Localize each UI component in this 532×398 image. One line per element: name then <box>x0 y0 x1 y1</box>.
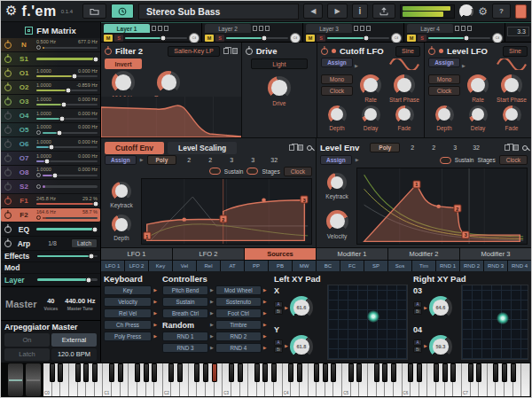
black-key[interactable] <box>83 363 89 382</box>
lfo-rate-knob[interactable] <box>467 74 489 96</box>
layer-solo-button[interactable]: S <box>418 35 426 42</box>
lfo-wave-dropdown[interactable]: Sine <box>503 46 528 57</box>
arp-on-button[interactable]: On <box>4 333 50 347</box>
operator-slider[interactable] <box>43 175 98 177</box>
source-tab-rel[interactable]: Rel <box>197 261 220 271</box>
layer-row[interactable]: Layer <box>1 274 100 286</box>
eq-row[interactable]: EQ <box>1 222 100 237</box>
tab-layer-1[interactable]: Layer 1 <box>104 24 150 33</box>
mod-tab-lfo-2[interactable]: LFO 2 <box>173 248 244 260</box>
env-step-value[interactable]: 2 <box>425 144 442 151</box>
env-node[interactable]: 2 <box>453 205 461 213</box>
paste-icon[interactable] <box>513 144 519 151</box>
env-step-value[interactable]: 3 <box>446 144 464 151</box>
mod-tab-modifier-2[interactable]: Modifier 2 <box>388 248 459 260</box>
black-key[interactable] <box>450 363 456 382</box>
operator-row-s2[interactable]: S2 <box>1 180 100 194</box>
source-button-key[interactable]: Key <box>104 285 152 295</box>
operator-power-icon[interactable] <box>4 212 12 219</box>
operator-row-f2[interactable]: F2164.6 Hz58.7 % <box>1 208 100 222</box>
operator-row-o5[interactable]: O51.00000.000 Hz <box>1 123 100 137</box>
cutoff-env-clock-button[interactable]: Clock <box>284 167 312 176</box>
black-key[interactable] <box>408 363 413 382</box>
bipolar-mode-button[interactable]: Bi <box>413 347 422 353</box>
pitch-bend-wheel[interactable] <box>8 363 23 396</box>
level-env-keytrack-knob[interactable] <box>327 173 347 192</box>
preset-name-field[interactable]: Stereo Sub Bass <box>138 4 299 20</box>
arp-power-icon[interactable] <box>4 240 12 247</box>
layer-slot-icon[interactable] <box>354 26 358 31</box>
mod-tab-modifier-3[interactable]: Modifier 3 <box>460 248 531 260</box>
source-tab-rnd-3[interactable]: RND 3 <box>484 261 507 271</box>
source-button-poly-press[interactable]: Poly Press <box>104 332 152 341</box>
env-step-value[interactable]: 3 <box>223 157 240 163</box>
source-tab-rnd-2[interactable]: RND 2 <box>460 261 483 271</box>
layer-value-display[interactable]: 3.3 <box>507 27 529 36</box>
drive-power-icon[interactable] <box>246 48 253 55</box>
filter2-resonance-knob[interactable] <box>157 71 180 94</box>
cutoff-env-graph[interactable]: 1 2 3 <box>141 178 312 245</box>
copy-icon[interactable] <box>223 48 229 54</box>
source-tab-at[interactable]: AT <box>221 261 244 271</box>
copy-icon[interactable] <box>289 144 294 151</box>
layer-solo-button[interactable]: S <box>114 35 123 42</box>
operator-power-icon[interactable] <box>4 56 12 63</box>
lfo-fade-knob[interactable] <box>395 105 414 124</box>
filter2-power-icon[interactable] <box>105 48 112 55</box>
layer-slot-icon[interactable] <box>164 26 168 31</box>
slider-handle[interactable] <box>160 35 167 42</box>
master-tune-value[interactable]: 440.00 Hz <box>65 297 95 305</box>
cutoff-env-assign-button[interactable]: Assign <box>105 155 137 165</box>
slider-handle[interactable] <box>51 172 58 178</box>
source-tab-mw[interactable]: MW <box>293 261 316 271</box>
mod-tab-modifier-1[interactable]: Modifier 1 <box>317 248 387 260</box>
level-env-clock-button[interactable]: Clock <box>499 155 528 165</box>
source-tab-sp[interactable]: SP <box>364 261 387 271</box>
cutoff-lfo-power-icon[interactable] <box>321 48 328 55</box>
black-key[interactable] <box>314 363 319 382</box>
drive-knob[interactable] <box>268 76 291 99</box>
operator-row-o8[interactable]: O81.00000.000 Hz <box>1 166 100 180</box>
browse-presets-button[interactable] <box>82 4 106 19</box>
black-key[interactable] <box>468 363 473 382</box>
slider-handle[interactable] <box>92 56 98 62</box>
filter2-invert-button[interactable]: Invert <box>105 59 142 69</box>
xy-value-knob[interactable]: 61.6 <box>290 296 313 319</box>
operator-power-icon[interactable] <box>4 141 12 148</box>
operator-slider[interactable] <box>36 58 98 60</box>
black-key[interactable] <box>152 363 157 382</box>
black-key[interactable] <box>254 363 260 382</box>
env-step-value[interactable]: 3 <box>244 157 262 163</box>
black-key[interactable] <box>177 363 183 382</box>
arp-latch-button[interactable]: Latch <box>71 238 98 248</box>
operator-row-o6[interactable]: O61.00000.000 Hz <box>1 137 100 152</box>
source-button-sostenuto[interactable]: Sostenuto <box>215 297 262 307</box>
black-key[interactable] <box>331 363 336 382</box>
layer-level-slider[interactable] <box>428 37 490 40</box>
absolute-mode-button[interactable]: A <box>413 301 422 308</box>
operator-mini-knob[interactable] <box>36 215 41 220</box>
arp-rate-value[interactable]: 1/8 <box>36 240 68 246</box>
operator-power-icon[interactable] <box>4 113 12 120</box>
operator-mini-knob[interactable] <box>36 184 41 189</box>
black-key[interactable] <box>374 363 379 382</box>
xy-value-knob[interactable]: 64.6 <box>429 296 452 319</box>
layer-slot-icon[interactable] <box>455 26 459 31</box>
lfo-mono-button[interactable]: Mono <box>428 74 460 84</box>
slider-handle[interactable] <box>89 254 95 260</box>
info-button[interactable]: i <box>352 4 369 19</box>
level-env-assign-button[interactable]: Assign <box>320 155 352 165</box>
source-button-sustain[interactable]: Sustain <box>162 297 208 307</box>
env-node[interactable]: 1 <box>412 180 420 188</box>
slider-handle[interactable] <box>364 35 370 42</box>
bipolar-mode-button[interactable]: Bi <box>274 308 283 315</box>
layer-slot-icon[interactable] <box>461 26 466 31</box>
lfo-assign-button[interactable]: Assign <box>321 58 353 67</box>
source-button-pitch-bend[interactable]: Pitch Bend <box>162 285 208 295</box>
operator-power-icon[interactable] <box>4 155 12 162</box>
operator-row-o4[interactable]: O41.00000.000 Hz <box>1 109 100 123</box>
source-tab-bc[interactable]: BC <box>317 261 340 271</box>
layer-slot-icon[interactable] <box>259 26 263 31</box>
black-key[interactable] <box>288 363 293 382</box>
source-tab-lfo-1[interactable]: LFO 1 <box>101 261 124 271</box>
